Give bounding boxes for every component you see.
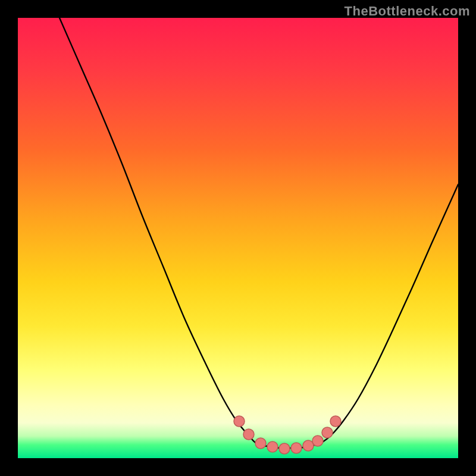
bottleneck-curve (60, 18, 458, 448)
plot-area (18, 18, 458, 458)
valley-bead (243, 429, 254, 440)
curve-svg (18, 18, 458, 458)
valley-bead (267, 441, 278, 452)
valley-bead (234, 416, 245, 427)
valley-bead (312, 436, 323, 446)
valley-bead (279, 443, 290, 454)
valley-bead (303, 440, 314, 451)
valley-bead (322, 427, 333, 438)
chart-stage: TheBottleneck.com (0, 0, 476, 476)
valley-beads-group (234, 416, 341, 454)
watermark-text: TheBottleneck.com (345, 4, 470, 19)
valley-bead (255, 438, 266, 449)
valley-bead (291, 443, 302, 453)
valley-bead (330, 416, 341, 427)
